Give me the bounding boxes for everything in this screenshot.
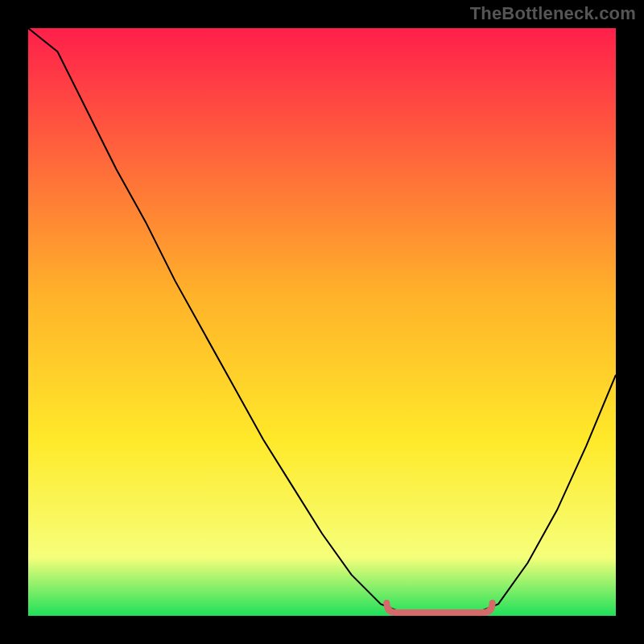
- gradient-background: [28, 28, 616, 616]
- bottleneck-chart: [28, 28, 616, 616]
- chart-frame: TheBottleneck.com: [0, 0, 644, 644]
- plot-area: [28, 28, 616, 616]
- attribution-label: TheBottleneck.com: [470, 3, 636, 24]
